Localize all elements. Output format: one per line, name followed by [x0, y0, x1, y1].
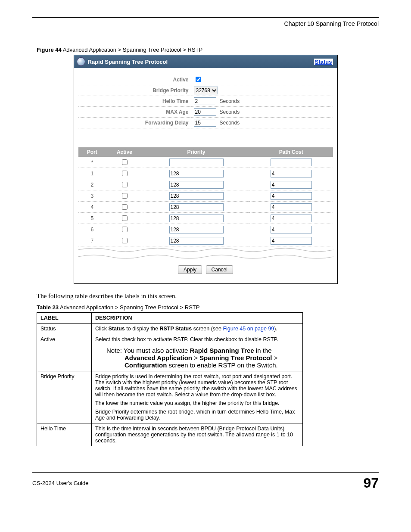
table-row: Bridge Priority Bridge priority is used … [37, 371, 303, 423]
port-active-checkbox[interactable] [122, 204, 128, 210]
max-age-label: MAX Age [78, 107, 191, 118]
hello-time-input[interactable] [194, 97, 216, 105]
max-age-input[interactable] [194, 108, 216, 116]
port-pathcost-input[interactable] [271, 159, 312, 166]
port-active-checkbox[interactable] [122, 238, 128, 243]
max-age-unit: Seconds [216, 109, 240, 115]
port-priority-input[interactable] [169, 159, 224, 166]
fwd-delay-unit: Seconds [216, 120, 240, 126]
header-bullet-icon [77, 57, 85, 66]
apply-button[interactable]: Apply [178, 265, 202, 274]
port-active-checkbox[interactable] [122, 182, 128, 187]
port-number: 2 [78, 179, 106, 190]
rstp-config-screenshot: Rapid Spanning Tree Protocol Status Acti… [74, 55, 338, 284]
port-priority-input[interactable] [169, 237, 224, 245]
tearoff-decoration [78, 246, 333, 261]
bridge-priority-label: Bridge Priority [78, 85, 191, 96]
port-active-checkbox[interactable] [122, 215, 128, 221]
table-row: Active Select this check box to activate… [37, 334, 303, 371]
footer-guide: GS-2024 User's Guide [32, 480, 88, 486]
port-priority-input[interactable] [169, 215, 224, 222]
active-col-header: Active [106, 147, 143, 157]
port-row: 2 [78, 179, 333, 190]
fwd-delay-label: Forwarding Delay [78, 118, 191, 128]
table-row: Hello Time This is the time interval in … [37, 423, 303, 446]
port-row: 5 [78, 213, 333, 224]
port-active-checkbox[interactable] [122, 193, 128, 199]
intro-text: The following table describes the labels… [37, 292, 379, 300]
chapter-header: Chapter 10 Spanning Tree Protocol [32, 20, 379, 27]
port-col-header: Port [78, 147, 106, 157]
table-caption: Table 23 Advanced Application > Spanning… [32, 304, 379, 311]
active-checkbox[interactable] [196, 77, 201, 82]
port-pathcost-input[interactable] [271, 181, 312, 189]
port-priority-input[interactable] [169, 170, 224, 177]
active-label: Active [78, 74, 191, 85]
port-pathcost-input[interactable] [271, 215, 312, 222]
status-link[interactable]: Status [314, 59, 333, 65]
description-table: LABEL DESCRIPTION Status Click Status to… [37, 312, 303, 446]
port-row: 6 [78, 224, 333, 235]
port-row: 4 [78, 202, 333, 213]
port-row: * [78, 157, 333, 168]
port-number: 7 [78, 235, 106, 246]
description-header: DESCRIPTION [92, 313, 303, 324]
port-number: 1 [78, 168, 106, 179]
hello-time-unit: Seconds [216, 98, 240, 104]
port-pathcost-input[interactable] [271, 203, 312, 211]
port-row: 1 [78, 168, 333, 179]
hello-time-label: Hello Time [78, 96, 191, 107]
config-table: Active Bridge Priority 32768 Hello Time … [78, 74, 333, 128]
priority-col-header: Priority [143, 147, 249, 157]
port-table: Port Active Priority Path Cost *1234567 [78, 147, 333, 246]
port-number: 4 [78, 202, 106, 213]
port-number: 5 [78, 213, 106, 224]
port-number: 6 [78, 224, 106, 235]
panel-header: Rapid Spanning Tree Protocol Status [74, 55, 337, 68]
port-pathcost-input[interactable] [271, 170, 312, 177]
port-priority-input[interactable] [169, 203, 224, 211]
port-pathcost-input[interactable] [271, 226, 312, 233]
label-header: LABEL [37, 313, 92, 324]
page-number: 97 [363, 475, 379, 491]
port-active-checkbox[interactable] [122, 159, 128, 165]
cancel-button[interactable]: Cancel [206, 265, 233, 274]
port-pathcost-input[interactable] [271, 192, 312, 200]
port-priority-input[interactable] [169, 181, 224, 189]
port-priority-input[interactable] [169, 192, 224, 200]
port-row: 3 [78, 190, 333, 202]
table-row: Status Click Status to display the RSTP … [37, 324, 303, 334]
port-pathcost-input[interactable] [271, 237, 312, 245]
bridge-priority-select[interactable]: 32768 [194, 87, 218, 94]
port-active-checkbox[interactable] [122, 227, 128, 232]
fwd-delay-input[interactable] [194, 119, 216, 127]
port-active-checkbox[interactable] [122, 171, 128, 176]
pathcost-col-header: Path Cost [249, 147, 333, 157]
port-priority-input[interactable] [169, 226, 224, 233]
port-number: 3 [78, 190, 106, 202]
port-row: 7 [78, 235, 333, 246]
figure-caption: Figure 44 Advanced Application > Spannin… [32, 47, 379, 53]
figure-link[interactable]: Figure 45 on page 99 [223, 326, 274, 332]
panel-title: Rapid Spanning Tree Protocol [88, 59, 168, 65]
port-number: * [78, 157, 106, 168]
